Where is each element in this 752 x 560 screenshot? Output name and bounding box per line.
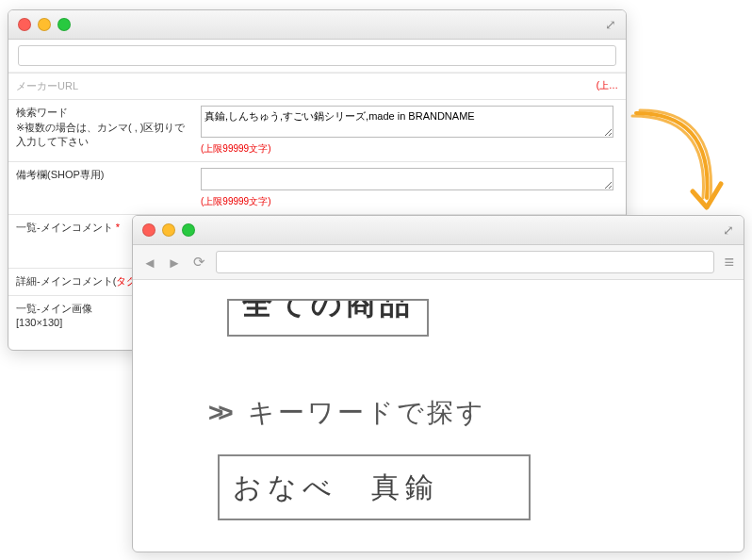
titlebar-2: ⤢: [133, 216, 744, 245]
label-list-comment-text: 一覧-メインコメント: [16, 222, 113, 233]
reload-icon[interactable]: ⟳: [191, 254, 206, 271]
url-input[interactable]: [216, 251, 714, 273]
storefront-window: ⤢ ◄ ► ⟳ ≡ 全ての商品 >> キーワードで探す おなべ 真鍮 >> 商品…: [132, 215, 744, 552]
close-icon[interactable]: [18, 18, 31, 31]
keyword-search-input[interactable]: おなべ 真鍮: [218, 454, 531, 520]
toolbar: [8, 40, 626, 73]
top-category-box[interactable]: 全ての商品: [227, 299, 429, 337]
minimize-icon[interactable]: [38, 18, 51, 31]
keywords-input[interactable]: 真鍮,しんちゅう,すごい鍋シリーズ,made in BRANDNAME: [201, 106, 613, 138]
arrow-icon: [627, 108, 730, 231]
required-mark: *: [113, 222, 120, 233]
address-input[interactable]: [18, 45, 616, 66]
label-memo: 備考欄(SHOP専用): [8, 162, 193, 215]
zoom-icon[interactable]: [182, 223, 195, 237]
page-content: 全ての商品 >> キーワードで探す おなべ 真鍮 >> 商品ステータスで絞…: [133, 280, 744, 552]
zoom-icon[interactable]: [57, 18, 71, 31]
forward-icon[interactable]: ►: [167, 255, 182, 271]
minimize-icon[interactable]: [162, 223, 175, 237]
keyword-heading-text: キーワードで探す: [248, 398, 486, 427]
memo-input[interactable]: [201, 168, 613, 190]
label-maker-url: メーカーURL: [8, 74, 193, 100]
back-icon[interactable]: ◄: [142, 255, 157, 271]
traffic-lights: [18, 18, 71, 31]
traffic-lights-2: [142, 223, 195, 237]
chevron-icon: >>: [208, 398, 228, 427]
hint-memo: (上限99999文字): [201, 195, 618, 208]
address-bar: ◄ ► ⟳ ≡: [133, 245, 744, 280]
label-keywords: 検索ワード ※複数の場合は、カンマ( , )区切りで入力して下さい: [8, 100, 193, 162]
close-icon[interactable]: [142, 223, 155, 237]
hint-keywords: (上限99999文字): [201, 142, 618, 156]
keyword-heading: >> キーワードで探す: [208, 389, 715, 436]
titlebar: ⤢: [8, 10, 626, 40]
expand-icon[interactable]: ⤢: [605, 17, 616, 32]
expand-icon[interactable]: ⤢: [723, 222, 734, 238]
hint-maker-url: (上…: [597, 80, 618, 91]
menu-icon[interactable]: ≡: [724, 253, 734, 272]
